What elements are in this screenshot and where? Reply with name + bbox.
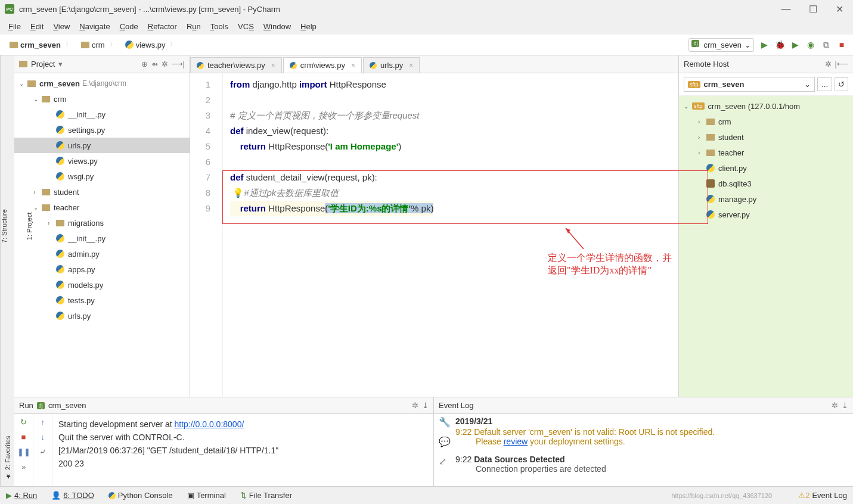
- tree-item[interactable]: urls.py: [14, 308, 190, 323]
- arrow-annotation: [563, 225, 587, 252]
- remote-tree-item[interactable]: ›crm: [679, 114, 853, 129]
- collapse-icon[interactable]: ⇴: [151, 60, 158, 69]
- tree-item[interactable]: tests.py: [14, 293, 190, 308]
- status-todo[interactable]: 👤6: TODO: [51, 491, 94, 500]
- more-icon[interactable]: »: [21, 462, 26, 471]
- tree-item[interactable]: urls.py: [14, 138, 190, 153]
- tree-item[interactable]: ⌄teacher: [14, 200, 190, 215]
- tree-item[interactable]: ›migrations: [14, 215, 190, 231]
- event-log-title: Event Log: [439, 401, 474, 410]
- python-icon: [56, 172, 64, 181]
- tree-item[interactable]: models.py: [14, 277, 190, 293]
- stop-icon[interactable]: ■: [21, 433, 26, 441]
- hide-icon[interactable]: |⟵: [835, 60, 848, 69]
- maximize-button[interactable]: ☐: [799, 0, 826, 18]
- review-link[interactable]: review: [504, 437, 528, 446]
- more-button[interactable]: ...: [817, 77, 832, 91]
- server-url-link[interactable]: http://0.0.0.0:8000/: [175, 419, 244, 429]
- coverage-icon[interactable]: ▶: [790, 39, 801, 50]
- remote-tree-item[interactable]: server.py: [679, 207, 853, 222]
- minimize-button[interactable]: —: [773, 0, 799, 18]
- pause-icon[interactable]: ❚❚: [17, 447, 30, 456]
- tree-item[interactable]: wsgi.py: [14, 169, 190, 184]
- menu-window[interactable]: Window: [259, 20, 296, 33]
- debug-icon[interactable]: 🐞: [774, 39, 785, 50]
- crumb-folder[interactable]: crm: [77, 39, 119, 51]
- pycharm-icon: PC: [5, 4, 14, 14]
- close-button[interactable]: ✕: [826, 0, 853, 18]
- down-icon[interactable]: ↓: [41, 433, 45, 441]
- up-icon[interactable]: ↑: [41, 418, 45, 427]
- close-tab-icon[interactable]: ×: [271, 61, 275, 70]
- menu-refactor[interactable]: Refactor: [143, 20, 182, 33]
- python-icon: [56, 312, 64, 320]
- editor-tab[interactable]: teacher\views.py×: [190, 57, 282, 73]
- refresh-icon[interactable]: ↺: [835, 77, 848, 91]
- status-run[interactable]: ▶4: Run: [6, 491, 37, 500]
- balloon-icon[interactable]: 💬: [439, 436, 455, 447]
- event-log-content[interactable]: 2019/3/21 9:22 Default server 'crm_seven…: [455, 416, 848, 484]
- tree-item[interactable]: views.py: [14, 153, 190, 169]
- profile-icon[interactable]: ◉: [805, 39, 816, 50]
- wrap-icon[interactable]: ⤶: [39, 447, 46, 456]
- status-file-transfer[interactable]: ⇅File Transfer: [240, 491, 292, 500]
- menu-edit[interactable]: Edit: [26, 20, 48, 33]
- gear-icon[interactable]: ✲: [412, 401, 418, 410]
- menu-run[interactable]: Run: [182, 20, 206, 33]
- rerun-icon[interactable]: ↻: [20, 418, 27, 427]
- menu-help[interactable]: Help: [296, 20, 321, 33]
- tree-item[interactable]: apps.py: [14, 262, 190, 277]
- editor-tab[interactable]: crm\views.py×: [283, 57, 362, 73]
- tree-item[interactable]: ⌄crm_sevenE:\django\crm: [14, 76, 190, 91]
- menu-code[interactable]: Code: [115, 20, 143, 33]
- hide-icon[interactable]: ⟶|: [172, 60, 185, 69]
- run-icon[interactable]: ▶: [759, 39, 770, 50]
- remote-tree-item[interactable]: ›teacher: [679, 145, 853, 160]
- tree-item[interactable]: ⌄crm: [14, 91, 190, 107]
- menu-tools[interactable]: Tools: [206, 20, 233, 33]
- run-config-select[interactable]: crm_seven: [688, 38, 754, 52]
- strip-project[interactable]: 1: Project: [26, 212, 33, 239]
- tree-item[interactable]: admin.py: [14, 246, 190, 262]
- gear-icon[interactable]: ✲: [162, 60, 168, 69]
- remote-tree-item[interactable]: ›student: [679, 129, 853, 145]
- scroll-to-icon[interactable]: ⊕: [141, 60, 148, 69]
- status-event-log[interactable]: ⚠2 Event Log: [798, 491, 847, 500]
- stop-icon[interactable]: ■: [836, 39, 847, 50]
- tree-item[interactable]: __init__.py: [14, 107, 190, 122]
- remote-tree-item[interactable]: client.py: [679, 160, 853, 176]
- gear-icon[interactable]: ✲: [832, 401, 838, 410]
- python-icon: [706, 195, 715, 203]
- wrench-icon[interactable]: 🔧: [439, 416, 455, 428]
- close-tab-icon[interactable]: ×: [409, 61, 413, 70]
- remote-tree-item[interactable]: manage.py: [679, 191, 853, 207]
- remote-server-select[interactable]: sftp crm_seven ⌄: [684, 77, 815, 92]
- lightbulb-icon[interactable]: 💡: [232, 188, 244, 198]
- menu-view[interactable]: View: [48, 20, 75, 33]
- run-console[interactable]: Starting development server at http://0.…: [52, 414, 433, 486]
- remote-root[interactable]: ⌄sftp crm_seven (127.0.0.1/hom: [679, 98, 853, 114]
- tree-item[interactable]: settings.py: [14, 122, 190, 138]
- editor-tab[interactable]: urls.py×: [363, 57, 420, 73]
- crumb-file[interactable]: views.py: [122, 39, 180, 51]
- menu-file[interactable]: File: [4, 20, 26, 33]
- strip-structure[interactable]: 7: Structure: [1, 209, 8, 243]
- python-icon: [197, 62, 204, 69]
- status-terminal[interactable]: ▣Terminal: [187, 491, 226, 500]
- gear-icon[interactable]: ✲: [825, 60, 832, 69]
- watermark: https://blog.csdn.net/qq_43637120: [671, 492, 772, 499]
- tree-item[interactable]: ›student: [14, 184, 190, 200]
- menu-vcs[interactable]: VCS: [233, 20, 259, 33]
- close-tab-icon[interactable]: ×: [351, 61, 355, 70]
- menu-navigate[interactable]: Navigate: [75, 20, 114, 33]
- status-python-console[interactable]: Python Console: [108, 491, 173, 500]
- code-editor[interactable]: from django.http import HttpResponse # 定…: [223, 73, 433, 397]
- remote-tree-item[interactable]: db.sqlite3: [679, 176, 853, 191]
- download-icon[interactable]: ⤓: [842, 401, 848, 410]
- tree-item[interactable]: __init__.py: [14, 231, 190, 246]
- expand-icon[interactable]: ⤢: [439, 456, 455, 467]
- strip-favorites[interactable]: 2: Favorites: [4, 436, 11, 470]
- crumb-root[interactable]: crm_seven: [6, 39, 75, 51]
- attach-icon[interactable]: ⧉: [821, 39, 832, 50]
- download-icon[interactable]: ⤓: [422, 401, 429, 410]
